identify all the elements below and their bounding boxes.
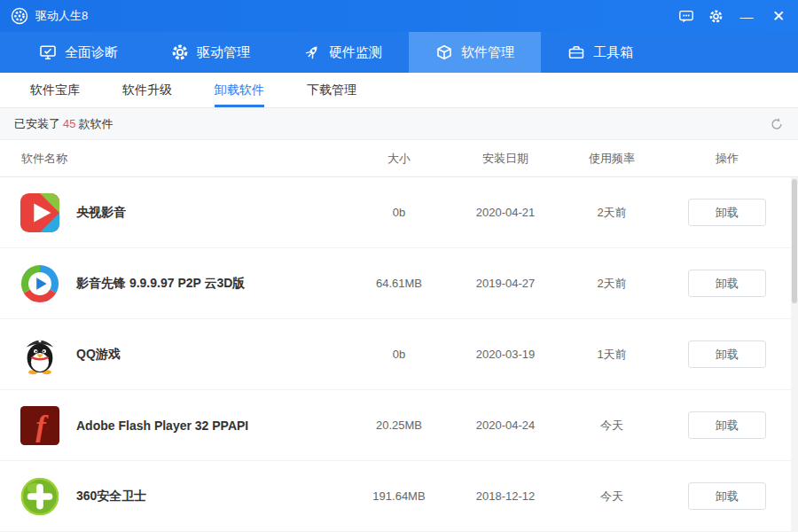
software-name: 360安全卫士 (76, 489, 146, 505)
app-window: 驱动人生8 — ✕ (0, 0, 798, 532)
software-name-cell: f Adobe Flash Player 32 PPAPI (0, 405, 346, 446)
uninstall-button[interactable]: 卸载 (688, 411, 766, 439)
flash-player-app-icon: f (20, 405, 60, 446)
subtab-software-upgrade[interactable]: 软件升级 (101, 73, 193, 107)
subtab-label: 下载管理 (307, 82, 356, 98)
uninstall-button[interactable]: 卸载 (688, 270, 766, 297)
minimize-button[interactable]: — (738, 10, 755, 23)
software-size: 191.64MB (346, 489, 452, 503)
header-operation: 操作 (665, 151, 789, 167)
titlebar-left: 驱动人生8 (11, 7, 88, 25)
table-row: 影音先锋 9.9.9.97 P2P 云3D版 64.61MB 2019-04-2… (0, 248, 798, 319)
subtab-label: 软件升级 (122, 82, 172, 98)
nav-item-full-diagnosis[interactable]: 全面诊断 (12, 32, 145, 73)
table-row: QQ游戏 0b 2020-03-19 1天前 卸载 (0, 319, 798, 390)
nav-item-toolbox[interactable]: 工具箱 (541, 32, 660, 73)
usage-frequency: 2天前 (559, 205, 665, 221)
software-name: 央视影音 (76, 205, 126, 221)
xfplay-app-icon (20, 263, 60, 304)
installed-count: 45 (63, 117, 75, 130)
usage-frequency: 1天前 (559, 347, 665, 363)
table-row: f Adobe Flash Player 32 PPAPI 20.25MB 20… (0, 390, 798, 461)
scrollbar-thumb[interactable] (792, 179, 797, 303)
refresh-icon[interactable] (770, 117, 784, 131)
install-date: 2020-04-21 (452, 206, 559, 219)
subtab-uninstall-software[interactable]: 卸载软件 (193, 73, 286, 107)
header-size: 大小 (346, 151, 452, 167)
table-header: 软件名称 大小 安装日期 使用频率 操作 (0, 140, 798, 177)
software-name-cell: QQ游戏 (0, 334, 346, 375)
toolbox-icon (567, 43, 585, 61)
nav-item-label: 工具箱 (593, 44, 633, 61)
usage-frequency: 今天 (559, 489, 665, 505)
install-date: 2019-04-27 (452, 277, 559, 290)
status-prefix: 已安装了 (14, 117, 60, 130)
subtab-download-management[interactable]: 下载管理 (286, 73, 378, 107)
software-size: 0b (346, 206, 452, 219)
usage-frequency: 2天前 (559, 276, 665, 292)
cctv-video-app-icon (20, 192, 60, 233)
nav-item-driver-management[interactable]: 驱动管理 (145, 32, 277, 73)
uninstall-button[interactable]: 卸载 (688, 482, 766, 510)
uninstall-button[interactable]: 卸载 (688, 199, 766, 226)
scrollbar[interactable] (791, 177, 798, 532)
nav-item-label: 全面诊断 (65, 44, 118, 61)
software-name-cell: 360安全卫士 (0, 476, 346, 517)
software-size: 20.25MB (346, 419, 452, 432)
app-logo-icon (11, 7, 28, 25)
nav-item-label: 驱动管理 (197, 44, 250, 61)
subtab-label: 软件宝库 (30, 82, 80, 98)
app-title: 驱动人生8 (35, 8, 88, 24)
rocket-hardware-icon (303, 43, 321, 61)
software-box-icon (435, 43, 453, 61)
software-name-cell: 影音先锋 9.9.9.97 P2P 云3D版 (0, 263, 346, 304)
software-name: 影音先锋 9.9.9.97 P2P 云3D版 (76, 276, 245, 292)
360-security-app-icon (20, 476, 60, 517)
subtab-bar: 软件宝库 软件升级 卸载软件 下载管理 (0, 73, 798, 108)
software-size: 64.61MB (346, 277, 452, 290)
installed-count-text: 已安装了45款软件 (14, 116, 113, 132)
feedback-icon[interactable] (678, 8, 694, 24)
header-software-name: 软件名称 (0, 151, 346, 167)
header-install-date: 安装日期 (452, 151, 559, 167)
nav-item-label: 硬件监测 (329, 44, 382, 61)
install-date: 2020-03-19 (452, 348, 559, 361)
titlebar-controls: — ✕ (678, 8, 787, 24)
install-date: 2018-12-12 (452, 489, 559, 503)
usage-frequency: 今天 (559, 418, 665, 434)
table-row: 360安全卫士 191.64MB 2018-12-12 今天 卸载 (0, 461, 798, 532)
monitor-diagnosis-icon (39, 43, 57, 61)
subtab-software-store[interactable]: 软件宝库 (9, 73, 101, 107)
main-nav: 全面诊断 驱动管理 硬件监测 (0, 32, 798, 73)
settings-gear-icon[interactable] (708, 9, 724, 24)
table-row: 央视影音 0b 2020-04-21 2天前 卸载 (0, 177, 798, 248)
nav-item-label: 软件管理 (461, 44, 514, 61)
uninstall-button[interactable]: 卸载 (688, 340, 766, 368)
gear-driver-icon (171, 43, 189, 61)
close-button[interactable]: ✕ (770, 9, 787, 24)
header-usage-frequency: 使用频率 (559, 151, 665, 167)
install-date: 2020-04-24 (452, 419, 559, 432)
subtab-label: 卸载软件 (215, 82, 264, 98)
software-name: QQ游戏 (76, 347, 121, 363)
titlebar: 驱动人生8 — ✕ (0, 0, 798, 32)
software-name-cell: 央视影音 (0, 192, 346, 233)
software-name: Adobe Flash Player 32 PPAPI (76, 419, 248, 433)
software-size: 0b (346, 348, 452, 361)
nav-item-hardware-monitor[interactable]: 硬件监测 (277, 32, 409, 73)
qq-games-app-icon (20, 334, 60, 375)
status-bar: 已安装了45款软件 (0, 108, 798, 140)
nav-item-software-management[interactable]: 软件管理 (409, 32, 541, 73)
status-suffix: 款软件 (78, 117, 113, 130)
